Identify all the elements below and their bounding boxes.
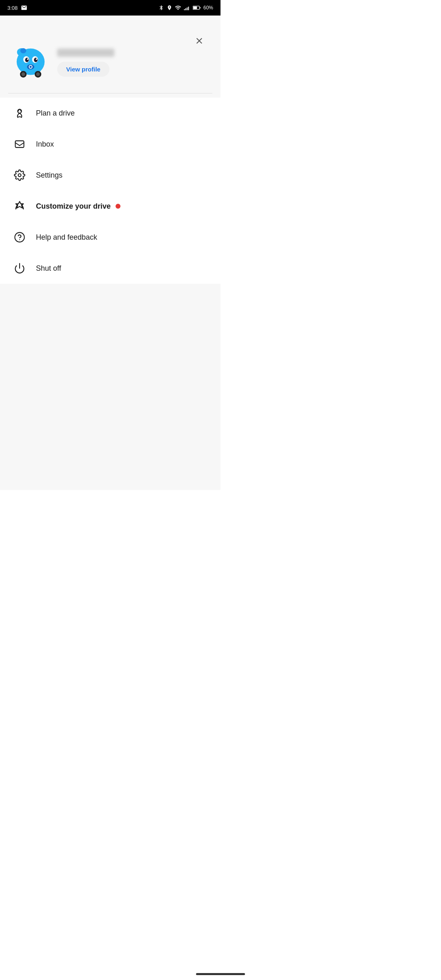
gmail-icon	[21, 4, 27, 11]
list-item: Customize your drive	[0, 191, 220, 222]
power-icon	[13, 262, 26, 275]
list-item: Shut off	[0, 253, 220, 284]
shutoff-label-wrap: Shut off	[36, 264, 61, 273]
plan-drive-label-wrap: Plan a drive	[36, 109, 75, 118]
profile-info: View profile	[57, 49, 114, 77]
status-right: 60%	[158, 4, 213, 11]
svg-point-21	[22, 72, 25, 76]
status-bar: 3:08 60%	[0, 0, 220, 16]
customize-label: Customize your drive	[36, 202, 111, 211]
svg-rect-25	[16, 141, 24, 147]
svg-point-19	[20, 48, 26, 53]
customize-label-wrap: Customize your drive	[36, 202, 120, 211]
shutoff-menu-item[interactable]: Shut off	[0, 253, 220, 284]
svg-point-15	[36, 58, 38, 60]
svg-rect-0	[184, 9, 185, 10]
view-profile-button[interactable]: View profile	[57, 62, 109, 77]
svg-rect-2	[187, 7, 187, 10]
bluetooth-icon	[158, 5, 164, 11]
customize-icon	[13, 200, 26, 213]
battery-level: 60%	[203, 5, 213, 11]
inbox-label-wrap: Inbox	[36, 140, 54, 149]
list-item: Help and feedback	[0, 222, 220, 253]
status-left: 3:08	[7, 4, 27, 11]
svg-rect-3	[188, 7, 189, 10]
svg-rect-5	[193, 7, 197, 9]
profile-section: View profile	[0, 16, 220, 93]
main-content: View profile Plan a drive	[0, 16, 220, 490]
svg-point-14	[27, 58, 29, 60]
wifi-icon	[175, 4, 181, 11]
list-item: Settings	[0, 160, 220, 191]
svg-point-9	[20, 52, 42, 73]
settings-label-wrap: Settings	[36, 171, 62, 180]
svg-rect-1	[185, 8, 186, 10]
customize-menu-item[interactable]: Customize your drive	[0, 191, 220, 222]
svg-point-18	[29, 66, 31, 68]
svg-rect-6	[200, 7, 200, 8]
help-menu-item[interactable]: Help and feedback	[0, 222, 220, 253]
battery-icon	[193, 5, 201, 11]
inbox-label: Inbox	[36, 140, 54, 149]
help-label-wrap: Help and feedback	[36, 233, 97, 242]
plan-drive-menu-item[interactable]: Plan a drive	[0, 98, 220, 129]
svg-point-26	[18, 174, 21, 177]
plan-drive-label: Plan a drive	[36, 109, 75, 118]
list-item: Inbox	[0, 129, 220, 160]
time: 3:08	[7, 5, 18, 11]
inbox-menu-item[interactable]: Inbox	[0, 129, 220, 160]
help-icon	[13, 231, 26, 244]
list-item: Plan a drive	[0, 98, 220, 129]
avatar	[12, 44, 49, 81]
notification-dot	[116, 204, 120, 209]
menu-list: Plan a drive Inbox	[0, 94, 220, 288]
svg-point-23	[36, 72, 40, 76]
close-button[interactable]	[190, 32, 208, 50]
plan-drive-icon	[13, 107, 26, 120]
location-icon	[167, 5, 172, 11]
shutoff-label: Shut off	[36, 264, 61, 273]
svg-point-12	[25, 58, 29, 62]
settings-label: Settings	[36, 171, 62, 180]
signal-icon	[184, 4, 190, 11]
settings-icon	[13, 169, 26, 182]
help-label: Help and feedback	[36, 233, 97, 242]
svg-point-13	[34, 58, 38, 62]
settings-menu-item[interactable]: Settings	[0, 160, 220, 191]
svg-point-27	[15, 232, 24, 242]
inbox-icon	[13, 138, 26, 151]
username-blur	[57, 49, 114, 57]
